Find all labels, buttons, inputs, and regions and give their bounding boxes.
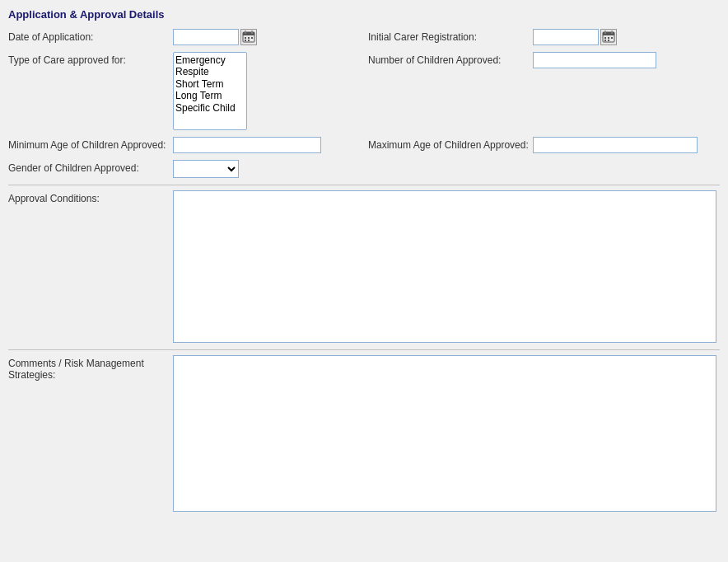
svg-rect-17 xyxy=(608,40,609,41)
gender-select[interactable]: Male Female Both xyxy=(173,160,239,178)
gender-label: Gender of Children Approved: xyxy=(8,160,173,174)
type-of-care-input-col: Emergency Respite Short Term Long Term S… xyxy=(173,52,360,130)
type-of-care-label: Type of Care approved for: xyxy=(8,52,173,66)
comments-textarea[interactable] xyxy=(173,355,716,512)
row-age: Minimum Age of Children Approved: Maximu… xyxy=(8,137,720,153)
svg-rect-7 xyxy=(245,40,246,41)
row-type-care: Type of Care approved for: Emergency Res… xyxy=(8,52,720,130)
max-age-label: Maximum Age of Children Approved: xyxy=(368,137,533,151)
svg-rect-1 xyxy=(243,32,254,35)
approval-conditions-row: Approval Conditions: xyxy=(8,190,720,343)
min-age-group: Minimum Age of Children Approved: xyxy=(8,137,360,153)
listbox-option-long-term[interactable]: Long Term xyxy=(175,90,245,101)
svg-rect-16 xyxy=(604,40,606,41)
svg-rect-15 xyxy=(611,37,613,39)
section-title: Application & Approval Details xyxy=(8,8,720,21)
listbox-option-short-term[interactable]: Short Term xyxy=(175,78,245,90)
divider-1 xyxy=(8,185,720,185)
form-section: Application & Approval Details Date of A… xyxy=(8,8,720,512)
approval-conditions-textarea[interactable] xyxy=(173,190,716,343)
initial-carer-registration-calendar-button[interactable] xyxy=(600,29,617,45)
listbox-option-specific-child[interactable]: Specific Child xyxy=(175,102,245,114)
svg-rect-8 xyxy=(248,40,250,41)
gender-group: Gender of Children Approved: Male Female… xyxy=(8,160,720,178)
svg-rect-5 xyxy=(248,37,250,39)
min-age-input[interactable] xyxy=(173,137,321,153)
divider-2 xyxy=(8,349,720,350)
svg-rect-14 xyxy=(608,37,609,39)
listbox-option-respite[interactable]: Respite xyxy=(175,66,245,77)
number-of-children-group: Number of Children Approved: xyxy=(368,52,720,68)
svg-rect-6 xyxy=(251,37,253,39)
calendar-icon-2 xyxy=(602,30,615,44)
page-container: Application & Approval Details Date of A… xyxy=(0,0,728,562)
number-of-children-input[interactable] xyxy=(533,52,656,68)
calendar-icon xyxy=(242,30,255,44)
row-gender: Gender of Children Approved: Male Female… xyxy=(8,160,720,178)
comments-label: Comments / Risk Management Strategies: xyxy=(8,355,173,381)
date-of-application-input-group xyxy=(173,29,360,45)
type-of-care-listbox[interactable]: Emergency Respite Short Term Long Term S… xyxy=(173,52,247,130)
date-of-application-label: Date of Application: xyxy=(8,29,173,43)
row-dates: Date of Application: xyxy=(8,29,720,45)
min-age-input-col xyxy=(173,137,360,153)
min-age-label: Minimum Age of Children Approved: xyxy=(8,137,173,151)
svg-rect-4 xyxy=(245,37,246,39)
approval-conditions-label: Approval Conditions: xyxy=(8,190,173,204)
initial-carer-registration-label: Initial Carer Registration: xyxy=(368,29,533,43)
date-of-application-calendar-button[interactable] xyxy=(240,29,257,45)
date-of-application-input[interactable] xyxy=(173,29,239,45)
number-of-children-input-col xyxy=(533,52,720,68)
max-age-input-col xyxy=(533,137,720,153)
type-of-care-group: Type of Care approved for: Emergency Res… xyxy=(8,52,360,130)
initial-carer-registration-input-group xyxy=(533,29,720,45)
comments-row: Comments / Risk Management Strategies: xyxy=(8,355,720,512)
gender-input-col: Male Female Both xyxy=(173,160,720,178)
date-of-application-group: Date of Application: xyxy=(8,29,360,45)
max-age-group: Maximum Age of Children Approved: xyxy=(368,137,720,153)
number-of-children-label: Number of Children Approved: xyxy=(368,52,533,66)
initial-carer-registration-group: Initial Carer Registration: xyxy=(368,29,720,45)
svg-rect-13 xyxy=(604,37,606,39)
max-age-input[interactable] xyxy=(533,137,698,153)
initial-carer-registration-input[interactable] xyxy=(533,29,599,45)
svg-rect-10 xyxy=(603,32,614,35)
listbox-option-emergency[interactable]: Emergency xyxy=(175,54,245,66)
